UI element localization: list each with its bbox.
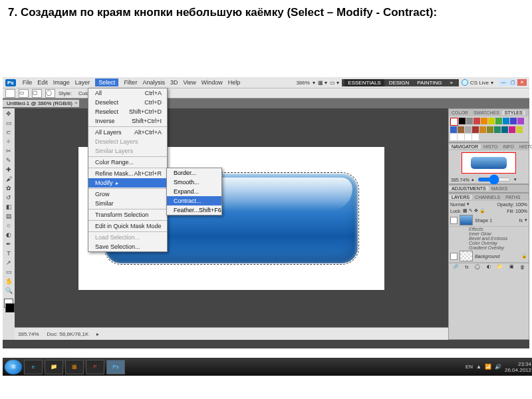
- lasso-tool-icon[interactable]: ⊂: [4, 128, 13, 137]
- text-tool-icon[interactable]: T: [4, 249, 13, 258]
- menu-select[interactable]: Select: [95, 78, 118, 86]
- opacity-value[interactable]: 100%: [515, 202, 527, 207]
- crop-tool-icon[interactable]: ✂: [4, 147, 13, 156]
- menu-item-similar[interactable]: Similar: [88, 199, 167, 208]
- zoom-readout[interactable]: 385.74%: [18, 331, 39, 337]
- mask-icon[interactable]: ◯: [475, 264, 480, 269]
- navigator-thumbnail[interactable]: [462, 152, 516, 174]
- minimize-button[interactable]: —: [499, 79, 508, 86]
- menu-item-all[interactable]: AllCtrl+A: [88, 88, 167, 98]
- shape-roundrect-icon[interactable]: ▢: [32, 89, 42, 98]
- lock-icons[interactable]: ▦ ✎ ✥ 🔒: [463, 208, 485, 213]
- fx-icon[interactable]: fx: [465, 265, 468, 269]
- status-arrow-icon[interactable]: ▸: [96, 331, 99, 337]
- task-ie-icon[interactable]: e: [24, 360, 43, 374]
- zoom-in-icon[interactable]: ▾: [514, 177, 517, 182]
- menu-help[interactable]: Help: [228, 79, 241, 86]
- styles-grid[interactable]: [449, 116, 529, 142]
- submenu-item-feather-[interactable]: Feather...Shift+F6: [167, 205, 221, 215]
- eyedrop-tool-icon[interactable]: ✎: [4, 156, 13, 165]
- fill-value[interactable]: 100%: [515, 209, 527, 213]
- tab-histogram[interactable]: HISTO: [481, 144, 500, 149]
- fx-bevel[interactable]: Bevel and Emboss: [449, 236, 529, 241]
- tab-swatches[interactable]: SWATCHES: [471, 110, 502, 115]
- heal-tool-icon[interactable]: ✚: [4, 166, 13, 174]
- menu-layer[interactable]: Layer: [75, 79, 90, 86]
- submenu-item-border-[interactable]: Border...: [167, 168, 221, 178]
- tab-color[interactable]: COLOR: [449, 110, 471, 115]
- submenu-item-smooth-[interactable]: Smooth...: [167, 178, 221, 187]
- stamp-tool-icon[interactable]: ✿: [4, 184, 13, 193]
- layer-shape1[interactable]: Shape 1 fx▾: [449, 214, 529, 227]
- tray-network-icon[interactable]: 📶: [485, 364, 491, 370]
- dodge-tool-icon[interactable]: ◐: [4, 231, 13, 239]
- menu-edit[interactable]: Edit: [37, 79, 48, 86]
- document-tab[interactable]: Untitled-1 @ 386% (RGB/8): [3, 100, 79, 107]
- shape-tool-icon[interactable]: ▭: [4, 268, 13, 277]
- shape-ellipse-icon[interactable]: ◯: [45, 89, 55, 98]
- tray-flag-icon[interactable]: ▲: [476, 364, 481, 370]
- marquee-tool-icon[interactable]: ▭: [4, 119, 13, 128]
- menu-item-save-selection-[interactable]: Save Selection...: [88, 242, 167, 251]
- fx-badge[interactable]: fx: [519, 218, 523, 223]
- move-tool-icon[interactable]: ✥: [4, 110, 13, 118]
- canvas-area[interactable]: [15, 108, 448, 328]
- history-brush-icon[interactable]: ↺: [4, 194, 13, 202]
- hand-tool-icon[interactable]: ✋: [4, 277, 13, 286]
- close-button[interactable]: ✕: [517, 79, 527, 86]
- menu-item-color-range-[interactable]: Color Range...: [88, 158, 167, 167]
- background-color[interactable]: [5, 303, 15, 313]
- menu-item-inverse[interactable]: InverseShift+Ctrl+I: [88, 116, 167, 126]
- menu-item-all-layers[interactable]: All LayersAlt+Ctrl+A: [88, 128, 167, 137]
- navigator-zoom[interactable]: 385.74%: [451, 178, 469, 182]
- pen-tool-icon[interactable]: ✒: [4, 240, 13, 249]
- fx-color-overlay[interactable]: Color Overlay: [449, 241, 529, 245]
- effects-label[interactable]: Effects: [449, 227, 529, 231]
- workspace-switcher[interactable]: ESSENTIALS DESIGN PAINTING »: [342, 79, 459, 86]
- task-explorer-icon[interactable]: 📁: [45, 360, 63, 374]
- tab-navigator[interactable]: NAVIGATOR: [449, 144, 481, 149]
- zoom-out-icon[interactable]: ▴: [471, 177, 474, 182]
- screen-mode-icon[interactable]: ▭ ▾: [330, 80, 339, 86]
- menu-view[interactable]: View: [183, 79, 196, 86]
- fx-inner-glow[interactable]: Inner Glow: [449, 231, 529, 236]
- tool-preset-icon[interactable]: [5, 89, 15, 98]
- tab-histogram2[interactable]: HISTO: [517, 144, 532, 149]
- tab-paths[interactable]: PATHS: [503, 195, 523, 200]
- cslive-button[interactable]: CS Live▾: [462, 79, 493, 86]
- menu-item-grow[interactable]: Grow: [88, 190, 167, 199]
- tab-info[interactable]: INFO: [500, 144, 517, 149]
- fx-gradient-overlay[interactable]: Gradient Overlay: [449, 245, 529, 250]
- brush-tool-icon[interactable]: 🖌: [4, 175, 13, 184]
- visibility-toggle[interactable]: [450, 217, 458, 224]
- path-tool-icon[interactable]: ↗: [4, 259, 13, 267]
- tab-styles[interactable]: STYLES: [502, 110, 525, 115]
- new-layer-icon[interactable]: ▣: [509, 264, 514, 269]
- tab-masks[interactable]: MASKS: [489, 186, 511, 191]
- menu-3d[interactable]: 3D: [170, 79, 178, 86]
- task-office-icon[interactable]: ▦: [65, 360, 84, 374]
- tab-layers[interactable]: LAYERS: [449, 195, 472, 200]
- gradient-tool-icon[interactable]: ▤: [4, 212, 13, 221]
- menu-item-edit-in-quick-mask-mode[interactable]: Edit in Quick Mask Mode: [88, 221, 167, 231]
- menu-analysis[interactable]: Analysis: [142, 79, 165, 86]
- tray-lang[interactable]: EN: [466, 364, 473, 370]
- zoom-combo[interactable]: 386%: [296, 80, 309, 86]
- layer-background[interactable]: Background 🔒: [449, 250, 529, 263]
- task-photoshop-icon[interactable]: Ps: [106, 360, 125, 374]
- blend-mode-select[interactable]: Normal: [450, 202, 466, 207]
- tray-clock[interactable]: 23:3426.04.2012: [505, 361, 531, 373]
- wand-tool-icon[interactable]: ✧: [4, 138, 13, 146]
- menu-file[interactable]: File: [23, 79, 33, 86]
- tab-channels[interactable]: CHANNELS: [472, 195, 503, 200]
- folder-icon[interactable]: 📁: [497, 264, 503, 269]
- tab-adjustments[interactable]: ADJUSTMENTS: [449, 186, 489, 191]
- menu-item-modify[interactable]: Modify: [88, 178, 167, 188]
- zoom-tool-icon[interactable]: 🔍: [4, 287, 13, 295]
- menu-image[interactable]: Image: [53, 79, 70, 86]
- navigator-zoom-slider[interactable]: [477, 178, 511, 182]
- submenu-item-contract-[interactable]: Contract...: [167, 196, 221, 205]
- link-layers-icon[interactable]: 🔗: [453, 264, 459, 269]
- menu-filter[interactable]: Filter: [124, 79, 137, 86]
- maximize-button[interactable]: ▢: [508, 79, 517, 86]
